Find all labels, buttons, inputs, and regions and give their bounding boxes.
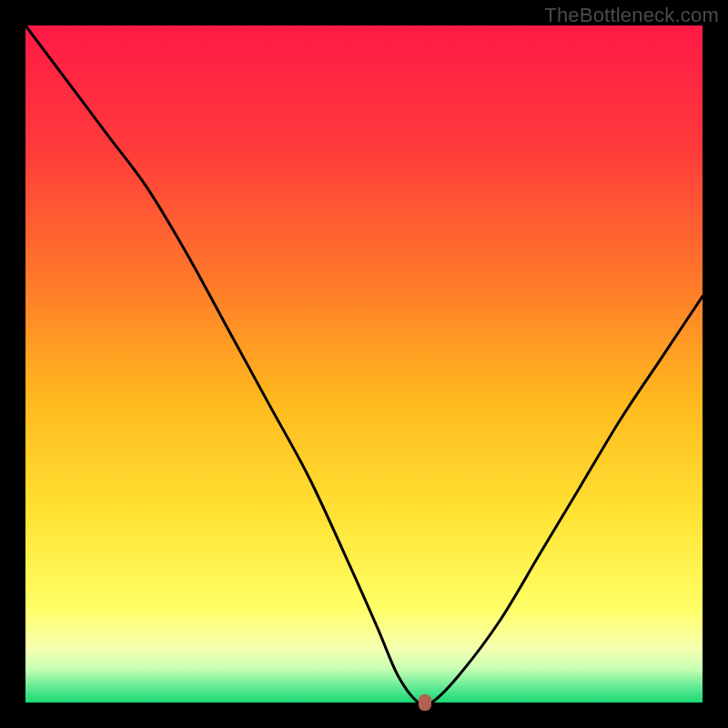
chart-frame: TheBottleneck.com	[0, 0, 728, 728]
plot-area	[25, 25, 703, 703]
optimum-marker	[419, 694, 431, 711]
bottleneck-curve	[25, 25, 703, 703]
watermark-text: TheBottleneck.com	[544, 4, 719, 27]
